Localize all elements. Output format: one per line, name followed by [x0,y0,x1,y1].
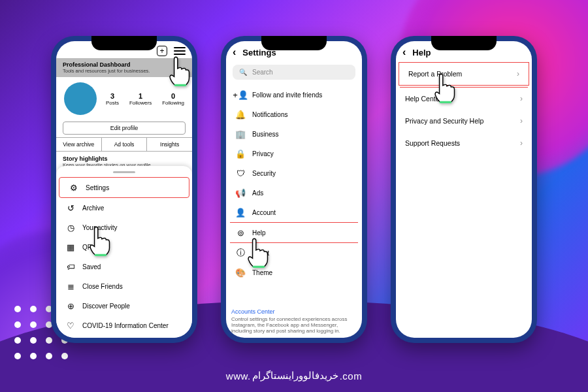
sheet-item-covid[interactable]: ♡COVID-19 Information Center [56,316,192,335]
phone-notch [91,36,157,50]
phone-notch [431,36,497,50]
sheet-item-activity[interactable]: ◷Your activity [56,218,192,237]
help-item-support[interactable]: Support Requests› [396,132,532,154]
settings-item-notifications[interactable]: 🔔Notifications [226,105,362,124]
chevron-right-icon: › [520,139,523,148]
chevron-right-icon: › [520,116,523,125]
heart-icon: ♡ [65,320,76,331]
menu-sheet: ⚙Settings ↺Archive ◷Your activity ▦QR co… [56,166,192,338]
sheet-item-close-friends[interactable]: ≣Close Friends [56,276,192,296]
settings-item-follow[interactable]: +👤Follow and invite friends [226,85,362,105]
gear-icon: ⚙ [69,182,79,193]
clock-icon: ↺ [65,203,76,213]
dashboard-sub: Tools and resources just for businesses. [63,68,186,74]
person-plus-icon: ⊕ [65,301,76,311]
back-icon[interactable]: ‹ [402,46,406,58]
settings-item-privacy[interactable]: 🔒Privacy [226,144,362,163]
briefcase-icon: 🏢 [235,129,246,139]
info-icon: ⓘ [235,248,246,258]
help-item-privacy[interactable]: Privacy and Security Help› [396,110,532,132]
search-icon: 🔍 [239,69,247,76]
chevron-right-icon: › [520,94,523,103]
qr-icon: ▦ [65,242,76,252]
stat-followers[interactable]: 1Followers [129,92,152,106]
menu-icon[interactable] [174,47,186,55]
bell-icon: 🔔 [235,109,246,120]
phone-settings: ‹Settings 🔍Search +👤Follow and invite fr… [221,36,367,343]
person-plus-icon: +👤 [235,90,246,100]
megaphone-icon: 📢 [235,188,246,198]
phone-notch [261,36,327,50]
list-icon: ≣ [65,281,76,291]
settings-item-about[interactable]: ⓘAbout [226,243,362,263]
settings-item-ads[interactable]: 📢Ads [226,183,362,203]
stat-posts[interactable]: 3Posts [106,92,119,106]
tab-insights[interactable]: Insights [146,137,192,152]
tab-archive[interactable]: View archive [56,137,101,152]
watermark: www.خریدفالووراینستاگرام.com [226,370,362,382]
person-icon: 👤 [235,207,246,218]
page-title: Help [412,48,431,57]
stat-following[interactable]: 0Following [162,92,184,106]
settings-item-security[interactable]: 🛡Security [226,163,362,183]
accounts-center[interactable]: Accounts Center Control settings for con… [231,308,357,334]
phone-profile: + Professional Dashboard Tools and resou… [51,36,197,343]
phone-help: ‹Help Report a Problem› Help Center› Pri… [391,36,537,343]
lock-icon: 🔒 [235,148,246,159]
chevron-right-icon: › [517,69,519,78]
back-icon[interactable]: ‹ [233,46,236,58]
help-item-center[interactable]: Help Center› [396,88,532,110]
sheet-item-archive[interactable]: ↺Archive [56,198,192,218]
bookmark-icon: 🏷 [65,261,76,272]
highlights-title: Story highlights [63,155,186,162]
palette-icon: 🎨 [235,267,246,278]
search-input[interactable]: 🔍Search [233,65,355,80]
settings-item-account[interactable]: 👤Account [226,203,362,222]
lifebuoy-icon: ⊚ [235,227,246,238]
sheet-item-qr[interactable]: ▦QR code [56,237,192,257]
settings-item-help[interactable]: ⊚Help [226,223,362,242]
help-item-report[interactable]: Report a Problem› [399,63,529,85]
shield-icon: 🛡 [235,168,246,178]
settings-item-business[interactable]: 🏢Business [226,124,362,144]
activity-icon: ◷ [65,222,76,233]
sheet-handle[interactable] [113,171,135,173]
dashboard-title: Professional Dashboard [63,61,186,68]
sheet-item-discover[interactable]: ⊕Discover People [56,296,192,316]
tab-adtools[interactable]: Ad tools [101,137,147,152]
sheet-item-saved[interactable]: 🏷Saved [56,257,192,276]
sheet-item-settings[interactable]: ⚙Settings [59,177,189,198]
add-post-icon[interactable]: + [157,46,167,56]
edit-profile-button[interactable]: Edit profile [63,122,186,135]
avatar[interactable] [64,82,97,115]
settings-item-theme[interactable]: 🎨Theme [226,263,362,282]
